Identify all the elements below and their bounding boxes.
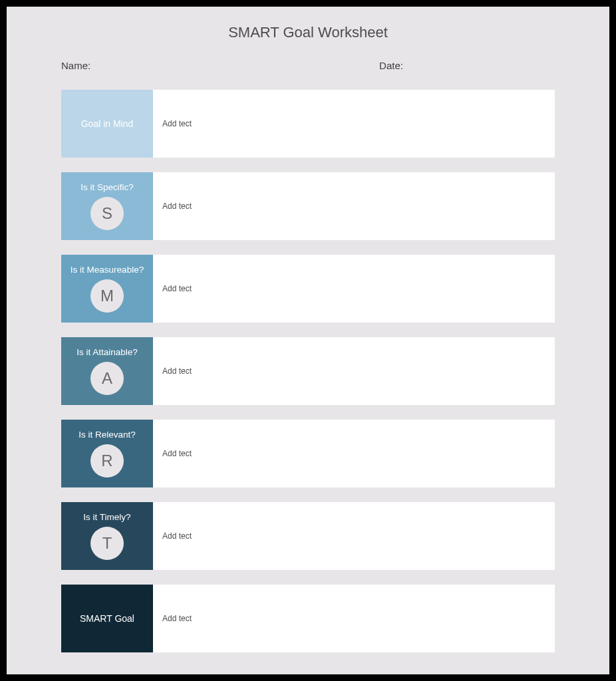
row-label-measurable: Is it Measureable? M (61, 255, 153, 323)
header-row: Name: Date: (7, 60, 609, 71)
letter-circle-t: T (90, 527, 124, 560)
row-input-timely[interactable]: Add tect (153, 502, 555, 570)
rows-container: Goal in Mind Add tect Is it Specific? S … (7, 90, 609, 652)
row-input-relevant[interactable]: Add tect (153, 420, 555, 487)
row-label-text: Is it Relevant? (78, 430, 136, 440)
row-label-text: Is it Specific? (80, 182, 134, 193)
row-label-smart: SMART Goal (61, 585, 153, 652)
letter-circle-r: R (90, 444, 124, 477)
row-label-timely: Is it Timely? T (61, 502, 153, 570)
row-label-attainable: Is it Attainable? A (61, 337, 153, 405)
row-smart-goal: SMART Goal Add tect (61, 585, 555, 652)
row-label-relevant: Is it Relevant? R (61, 420, 153, 487)
row-label-text: Is it Attainable? (77, 347, 138, 358)
row-label-text: SMART Goal (80, 613, 134, 624)
worksheet-title: SMART Goal Worksheet (7, 24, 609, 41)
row-relevant: Is it Relevant? R Add tect (61, 420, 555, 487)
row-input-goal[interactable]: Add tect (153, 90, 555, 158)
row-input-specific[interactable]: Add tect (153, 172, 555, 240)
letter-circle-s: S (90, 197, 124, 230)
letter-circle-a: A (90, 362, 124, 395)
name-label: Name: (61, 60, 333, 71)
row-label-text: Is it Measureable? (71, 265, 144, 275)
row-input-smart[interactable]: Add tect (153, 585, 555, 652)
row-goal-in-mind: Goal in Mind Add tect (61, 90, 555, 158)
row-timely: Is it Timely? T Add tect (61, 502, 555, 570)
row-attainable: Is it Attainable? A Add tect (61, 337, 555, 405)
worksheet-frame: SMART Goal Worksheet Name: Date: Goal in… (7, 7, 609, 674)
letter-circle-m: M (90, 279, 124, 313)
date-label: Date: (333, 60, 555, 71)
row-label-text: Goal in Mind (81, 118, 134, 130)
row-specific: Is it Specific? S Add tect (61, 172, 555, 240)
row-label-goal: Goal in Mind (61, 90, 153, 158)
row-label-specific: Is it Specific? S (61, 172, 153, 240)
row-input-attainable[interactable]: Add tect (153, 337, 555, 405)
row-measurable: Is it Measureable? M Add tect (61, 255, 555, 323)
row-input-measurable[interactable]: Add tect (153, 255, 555, 323)
row-label-text: Is it Timely? (83, 512, 130, 523)
